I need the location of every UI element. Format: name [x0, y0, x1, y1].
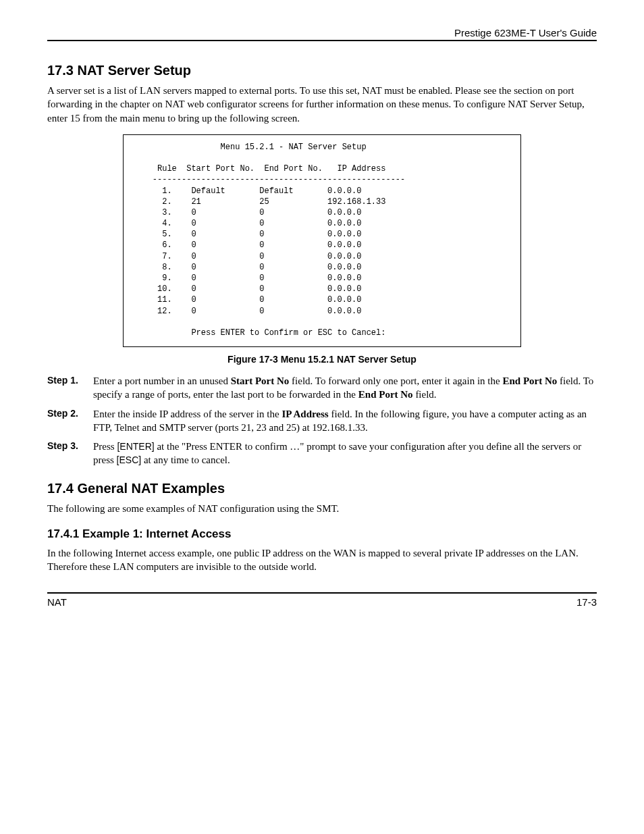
step-2: Step 2. Enter the inside IP address of t…: [47, 407, 597, 435]
nat-server-setup-menu: Menu 15.2.1 - NAT Server Setup Rule Star…: [123, 134, 521, 347]
guide-title: Prestige 623ME-T User's Guide: [454, 27, 597, 38]
steps-list: Step 1. Enter a port number in an unused…: [47, 374, 597, 467]
section-intro-17-4: The following are some examples of NAT c…: [47, 502, 597, 515]
key-enter: [ENTER]: [117, 441, 154, 452]
step-text: Enter the inside IP address of the serve…: [93, 407, 597, 435]
page-footer: NAT 17-3: [47, 592, 597, 608]
key-esc: [ESC]: [117, 454, 142, 465]
step-label: Step 1.: [47, 374, 93, 402]
section-intro-17-3: A server set is a list of LAN servers ma…: [47, 84, 597, 125]
section-heading-17-4: 17.4 General NAT Examples: [47, 481, 597, 496]
step-text: Enter a port number in an unused Start P…: [93, 374, 597, 402]
step-label: Step 3.: [47, 440, 93, 467]
subsection-heading-17-4-1: 17.4.1 Example 1: Internet Access: [47, 527, 597, 541]
step-1: Step 1. Enter a port number in an unused…: [47, 374, 597, 402]
page-header: Prestige 623ME-T User's Guide: [47, 27, 597, 41]
subsection-body-17-4-1: In the following Internet access example…: [47, 546, 597, 574]
section-heading-17-3: 17.3 NAT Server Setup: [47, 63, 597, 78]
figure-caption-17-3: Figure 17-3 Menu 15.2.1 NAT Server Setup: [47, 354, 597, 365]
step-3: Step 3. Press [ENTER] at the "Press ENTE…: [47, 440, 597, 467]
footer-left: NAT: [47, 596, 67, 608]
footer-right: 17-3: [576, 596, 597, 608]
step-label: Step 2.: [47, 407, 93, 435]
step-text: Press [ENTER] at the "Press ENTER to con…: [93, 440, 597, 467]
